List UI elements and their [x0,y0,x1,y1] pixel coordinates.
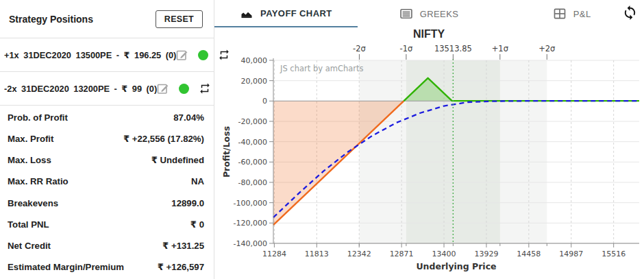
amcharts-watermark: JS chart by amCharts [280,64,364,73]
panel-title: Strategy Positions [9,14,93,25]
stat-label: Max. Loss [8,155,51,165]
stat-value: NA [191,176,204,186]
position-active-indicator[interactable] [198,50,208,60]
position-row-1: +1x 31DEC2020 13500PE - ₹ 196.25 (0) [0,38,214,72]
position-row-2: -2x 31DEC2020 13200PE - ₹ 99 (0) [0,72,214,106]
svg-text:14987: 14987 [559,250,583,258]
edit-icon[interactable] [157,82,169,95]
position-active-indicator[interactable] [179,84,189,94]
tab-payoff-chart[interactable]: PAYOFF CHART [214,0,358,27]
svg-text:+1σ: +1σ [492,44,508,53]
svg-text:+2σ: +2σ [538,44,555,53]
payoff-chart: 40,00020,0000-20,000-40,000-60,000-80,00… [214,43,643,279]
stat-row-estimated-margin: Estimated Margin/Premium ₹ +126,597 [0,256,214,278]
svg-text:0: 0 [262,97,267,106]
svg-text:14458: 14458 [517,250,541,258]
tab-label: GREEKS [420,9,459,19]
table-icon [553,7,567,21]
strategy-stats: Prob. of Profit 87.04% Max. Profit ₹ +22… [0,106,214,279]
tab-label: PAYOFF CHART [260,8,332,19]
svg-text:-120,000: -120,000 [234,219,267,228]
list-icon [399,7,413,21]
svg-text:-40,000: -40,000 [238,138,267,147]
x-axis-title: Underlying Price [416,261,496,271]
stat-value: 87.04% [173,112,204,123]
svg-text:11284: 11284 [262,250,286,258]
svg-text:13929: 13929 [474,250,498,258]
stat-label: Estimated Margin/Premium [8,262,124,272]
chart-title: NIFTY [214,28,643,43]
options-strategy-app: Strategy Positions RESET +1x 31DEC2020 1… [0,0,644,279]
svg-text:-2σ: -2σ [353,44,366,53]
stat-label: Max. RR Ratio [8,176,69,186]
svg-text:20,000: 20,000 [241,77,268,86]
stat-value: ₹ +126,597 [158,262,204,272]
stat-value: ₹ 0 [190,219,204,230]
stat-label: Breakevens [8,198,58,208]
svg-text:-20,000: -20,000 [238,117,267,126]
svg-text:15516: 15516 [602,250,626,258]
reset-button[interactable]: RESET [156,10,203,28]
stat-label: Max. Profit [8,134,53,144]
stat-value: ₹ Undefined [151,155,204,165]
stat-row-total-pnl: Total PNL ₹ 0 [0,214,214,235]
chart-panel: PAYOFF CHART GREEKS P&L NIFTY 40,00020,0… [214,0,643,279]
stat-row-max-rr-ratio: Max. RR Ratio NA [0,171,214,192]
svg-text:-1σ: -1σ [400,44,413,53]
tabs-row: PAYOFF CHART GREEKS P&L [214,0,643,27]
y-axis-title: Profit/Loss [221,126,232,178]
stat-label: Total PNL [8,219,49,230]
stat-row-max-loss: Max. Loss ₹ Undefined [0,149,214,171]
spot-price-label: 13513.85 [434,44,472,53]
area-chart-icon [240,6,253,20]
svg-text:-60,000: -60,000 [238,158,267,167]
stat-value: ₹ +22,556 (17.82%) [123,134,204,144]
svg-text:-100,000: -100,000 [234,199,267,208]
tab-label: P&L [573,9,591,19]
tab-greeks[interactable]: GREEKS [358,0,501,27]
stat-label: Net Credit [8,241,51,251]
stat-row-max-profit: Max. Profit ₹ +22,556 (17.82%) [0,128,214,149]
position-text: +1x 31DEC2020 13500PE - ₹ 196.25 (0) [4,50,176,60]
edit-icon[interactable] [176,49,188,61]
svg-text:12871: 12871 [390,250,414,258]
svg-text:-140,000: -140,000 [234,239,267,248]
refresh-icon[interactable] [622,5,638,23]
stat-row-prob-of-profit: Prob. of Profit 87.04% [0,107,214,128]
stat-label: Prob. of Profit [8,112,68,123]
position-text: -2x 31DEC2020 13200PE - ₹ 99 (0) [4,84,157,94]
svg-text:11813: 11813 [305,250,329,258]
repeat-icon[interactable] [199,82,211,95]
svg-text:40,000: 40,000 [241,56,268,65]
svg-text:13400: 13400 [432,250,456,258]
stat-value: 12899.0 [171,198,204,208]
strategy-positions-panel: Strategy Positions RESET +1x 31DEC2020 1… [0,0,214,279]
stat-row-breakevens: Breakevens 12899.0 [0,193,214,214]
stat-row-net-credit: Net Credit ₹ +131.25 [0,235,214,256]
svg-text:12342: 12342 [347,250,371,258]
stat-value: ₹ +131.25 [162,241,204,251]
svg-text:-80,000: -80,000 [238,178,267,187]
panel-header: Strategy Positions RESET [0,0,214,38]
